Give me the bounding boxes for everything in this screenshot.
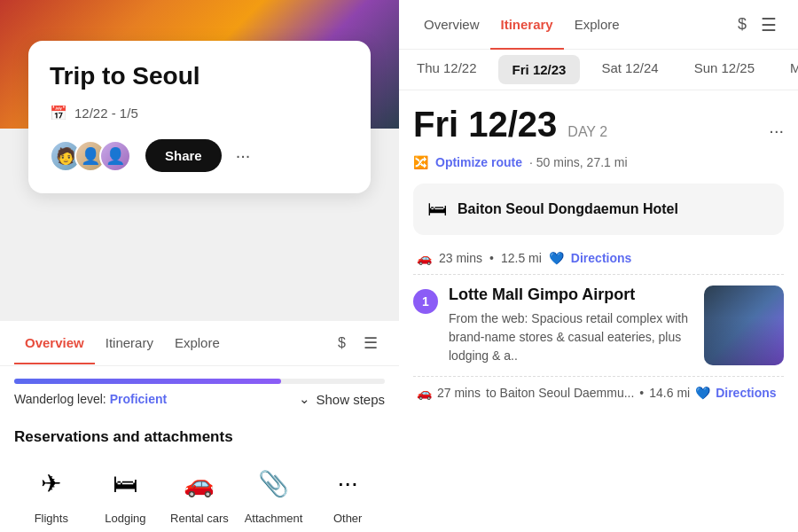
- optimize-detail: · 50 mins, 27.1 mi: [529, 155, 628, 169]
- drive-distance-2: 14.6 mi: [649, 386, 690, 400]
- lodging-icon: 🛏: [102, 460, 148, 506]
- tab-itinerary[interactable]: Itinerary: [95, 323, 164, 364]
- car-icon-2: 🚗: [417, 386, 432, 400]
- right-tab-menu[interactable]: ☰: [754, 14, 784, 35]
- progress-section: Wanderlog level: Proficient ⌄ Show steps: [0, 366, 399, 414]
- place-info: Lotte Mall Gimpo Airport From the web: S…: [449, 286, 693, 365]
- directions-link-2[interactable]: Directions: [716, 386, 776, 400]
- flights-label: Flights: [35, 512, 68, 525]
- show-steps-button[interactable]: ⌄ Show steps: [299, 391, 385, 407]
- attachment-label: Attachment: [245, 512, 303, 525]
- avatars: 🧑 👤 👤: [50, 140, 124, 172]
- icons-row: ✈ Flights 🛏 Lodging 🚗 Rental cars 📎 Atta…: [14, 460, 385, 525]
- hotel-card: 🛏 Baiton Seoul Dongdaemun Hotel: [413, 184, 784, 235]
- icon-item-flights[interactable]: ✈ Flights: [14, 460, 89, 525]
- trip-title: Trip to Seoul: [50, 62, 349, 90]
- lodging-label: Lodging: [105, 512, 145, 525]
- rental-cars-icon: 🚗: [176, 460, 223, 506]
- right-tab-itinerary[interactable]: Itinerary: [490, 1, 564, 50]
- hotel-icon: 🛏: [427, 198, 447, 221]
- heart-icon-2: 💙: [695, 386, 710, 400]
- date-tab-fri[interactable]: Fri 12/23: [498, 55, 581, 84]
- tab-explore[interactable]: Explore: [164, 323, 231, 364]
- rental-cars-label: Rental cars: [170, 512, 229, 525]
- wanderlog-row: Wanderlog level: Proficient ⌄ Show steps: [14, 391, 385, 407]
- reservations-title: Reservations and attachments: [14, 428, 385, 446]
- left-nav-tabs: Overview Itinerary Explore $ ☰: [0, 321, 399, 366]
- drive-distance-1: 12.5 mi: [501, 251, 542, 265]
- tab-overview[interactable]: Overview: [14, 323, 95, 364]
- drive-time-2: 27 mins: [437, 386, 481, 400]
- right-tab-dollar[interactable]: $: [731, 15, 754, 34]
- date-big: Fri 12/23: [413, 105, 557, 145]
- car-icon-1: 🚗: [417, 251, 432, 265]
- date-tabs: Thu 12/22 Fri 12/23 Sat 12/24 Sun 12/25 …: [399, 50, 798, 90]
- place-image: [704, 286, 784, 365]
- icon-item-attachment[interactable]: 📎 Attachment: [237, 460, 311, 525]
- date-tab-thu[interactable]: Thu 12/22: [399, 50, 495, 90]
- other-label: Other: [333, 512, 363, 525]
- right-panel: Overview Itinerary Explore $ ☰ Thu 12/22…: [399, 0, 798, 532]
- icon-item-lodging[interactable]: 🛏 Lodging: [89, 460, 163, 525]
- icon-item-rental-cars[interactable]: 🚗 Rental cars: [162, 460, 237, 525]
- bottom-section: Overview Itinerary Explore $ ☰ Wanderlog…: [0, 321, 399, 532]
- level-text: Proficient: [110, 392, 168, 406]
- right-tab-explore[interactable]: Explore: [564, 1, 630, 50]
- share-button[interactable]: Share: [145, 139, 222, 172]
- progress-bar-fill: [14, 379, 281, 384]
- right-tab-overview[interactable]: Overview: [413, 1, 490, 50]
- place-desc: From the web: Spacious retail complex wi…: [449, 309, 693, 365]
- optimize-route-text[interactable]: Optimize route: [435, 155, 522, 169]
- bullet-2: •: [639, 386, 644, 400]
- icon-item-other[interactable]: ··· Other: [310, 460, 385, 525]
- direction-row-2: 🚗 27 mins to Baiton Seoul Daemmu... • 14…: [413, 376, 784, 409]
- more-options-button[interactable]: ···: [229, 142, 258, 169]
- right-header: Overview Itinerary Explore $ ☰: [399, 0, 798, 50]
- date-tab-sat[interactable]: Sat 12/24: [583, 50, 676, 90]
- tab-menu[interactable]: ☰: [356, 321, 385, 365]
- place-card-1: 1 Lotte Mall Gimpo Airport From the web:…: [413, 286, 784, 365]
- left-panel: Trip to Seoul 📅 12/22 - 1/5 🧑 👤 👤 Share …: [0, 0, 399, 532]
- direction-row-1: 🚗 23 mins • 12.5 mi 💙 Directions: [413, 242, 784, 275]
- directions-link-1[interactable]: Directions: [571, 251, 631, 265]
- day-label: DAY 2: [567, 124, 607, 140]
- flights-icon: ✈: [28, 460, 74, 506]
- right-content: Fri 12/23 DAY 2 ··· 🔀 Optimize route · 5…: [399, 90, 798, 532]
- attachment-icon: 📎: [251, 460, 297, 506]
- other-icon: ···: [325, 460, 371, 506]
- to-text: to Baiton Seoul Daemmu...: [486, 386, 634, 400]
- date-tab-sun[interactable]: Sun 12/25: [677, 50, 772, 90]
- avatar: 👤: [99, 140, 131, 172]
- trip-dates: 📅 12/22 - 1/5: [50, 105, 349, 121]
- date-heading: Fri 12/23 DAY 2 ···: [413, 105, 784, 145]
- place-number: 1: [413, 289, 438, 314]
- hotel-name: Baiton Seoul Dongdaemun Hotel: [458, 201, 678, 217]
- tab-dollar[interactable]: $: [327, 323, 356, 364]
- trip-card: Trip to Seoul 📅 12/22 - 1/5 🧑 👤 👤 Share …: [28, 41, 371, 193]
- more-dots-button[interactable]: ···: [769, 121, 784, 141]
- optimize-row: 🔀 Optimize route · 50 mins, 27.1 mi: [413, 155, 784, 169]
- calendar-icon: 📅: [50, 105, 67, 121]
- bullet-1: •: [489, 251, 494, 265]
- optimize-route-icon: 🔀: [413, 155, 428, 169]
- reservations-section: Reservations and attachments ✈ Flights 🛏…: [0, 414, 399, 532]
- date-tab-m[interactable]: M: [772, 50, 798, 90]
- drive-time-1: 23 mins: [439, 251, 482, 265]
- heart-icon-1: 💙: [549, 251, 564, 265]
- wanderlog-level: Wanderlog level: Proficient: [14, 392, 167, 406]
- trip-footer: 🧑 👤 👤 Share ···: [50, 139, 349, 172]
- progress-bar-container: [14, 379, 385, 384]
- place-name: Lotte Mall Gimpo Airport: [449, 286, 693, 304]
- chevron-down-icon: ⌄: [299, 391, 310, 407]
